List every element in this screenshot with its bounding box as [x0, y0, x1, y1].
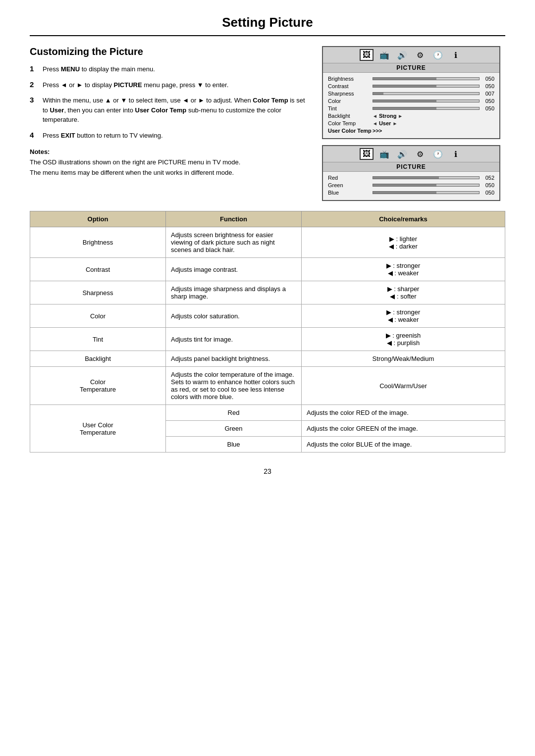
function-green: Adjusts the color GREEN of the image. [302, 421, 505, 437]
osd-bar-tint [373, 107, 480, 110]
function-backlight: Adjusts panel backlight brightness. [166, 351, 302, 367]
osd-value-contrast: 050 [480, 83, 494, 89]
function-color: Adjusts color saturation. [166, 304, 302, 328]
osd-bar-green [373, 184, 480, 187]
choice-backlight: Strong/Weak/Medium [302, 351, 505, 367]
table-row-sharpness: Sharpness Adjusts image sharpness and di… [30, 281, 505, 304]
step-number-1: 1 [30, 64, 39, 73]
osd-bar-red-fill [373, 176, 480, 179]
function-blue: Adjusts the color BLUE of the image. [302, 437, 505, 453]
osd-value-tint: 050 [480, 105, 494, 111]
osd-bar-brightness [373, 77, 480, 80]
osd-rows-2: Red 052 Green 050 Blue [323, 172, 499, 200]
osd-bar-red [373, 176, 480, 179]
table-header-row: Option Function Choice/remarks [30, 211, 505, 227]
osd-row-red: Red 052 [328, 175, 494, 181]
section-title: Customizing the Picture [30, 46, 307, 57]
step-number-2: 2 [30, 80, 39, 89]
main-content: Customizing the Picture 1 Press MENU to … [30, 46, 505, 201]
function-colortemp: Adjusts the color temperature of the ima… [166, 367, 302, 405]
function-red: Adjusts the color RED of the image. [302, 405, 505, 421]
osd-bar-tint-fill [373, 107, 480, 110]
header-choice: Choice/remarks [302, 211, 505, 227]
osd-bar-contrast-fill [373, 85, 480, 88]
choice-color: ▶ : stronger◀ : weaker [302, 304, 505, 328]
options-table: Option Function Choice/remarks Brightnes… [30, 211, 505, 453]
osd-icon-tv-2: 📺 [377, 148, 391, 160]
osd-label-color: Color [328, 98, 373, 104]
osd-rows-1: Brightness 050 Contrast 050 Sharpness [323, 73, 499, 138]
osd-value-red: 052 [480, 175, 494, 181]
osd-bar-sharpness-fill [373, 92, 480, 95]
option-contrast: Contrast [30, 258, 166, 281]
choice-contrast: ▶ : stronger◀ : weaker [302, 258, 505, 281]
step-number-4: 4 [30, 131, 39, 139]
notes-text-2: The menu items may be different when the… [30, 168, 307, 178]
table-row-color: Color Adjusts color saturation. ▶ : stro… [30, 304, 505, 328]
step-number-3: 3 [30, 96, 39, 104]
osd-value-brightness: 050 [480, 76, 494, 82]
osd-toolbar-1: 🖼 📺 🔊 ⚙ 🕐 ℹ [323, 47, 499, 63]
osd-icon-clock: 🕐 [431, 49, 445, 61]
osd-icon-picture: 🖼 [360, 49, 374, 61]
osd-value-blue: 050 [480, 190, 494, 196]
function-contrast: Adjusts image contrast. [166, 258, 302, 281]
notes-section: Notes: The OSD illustrations shown on th… [30, 148, 307, 178]
osd-bar-blue-fill [373, 191, 480, 194]
osd-bar-blue [373, 191, 480, 194]
step-text-1: Press MENU to display the main menu. [43, 64, 155, 74]
function-tint: Adjusts tint for image. [166, 328, 302, 351]
osd-colortemp-value: User [379, 120, 391, 126]
osd-label-tint: Tint [328, 105, 373, 111]
osd-value-sharpness: 007 [480, 91, 494, 97]
osd-bar-brightness-fill [373, 77, 480, 80]
table-row-colortemp: ColorTemperature Adjusts the color tempe… [30, 367, 505, 405]
osd-icon-audio: 🔊 [395, 49, 409, 61]
osd-label-blue: Blue [328, 190, 373, 196]
osd-usercolortemp-control: >>> [373, 128, 494, 134]
option-tint: Tint [30, 328, 166, 351]
osd-label-usercolortemp: User Color Temp [328, 128, 373, 134]
table-row-tint: Tint Adjusts tint for image. ▶ : greenis… [30, 328, 505, 351]
table-row-user-red: User ColorTemperature Red Adjusts the co… [30, 405, 505, 421]
osd-icon-picture-2: 🖼 [360, 148, 374, 160]
osd-row-colortemp: Color Temp ◄ User ► [328, 120, 494, 126]
step-text-2: Press ◄ or ► to display PICTURE menu pag… [43, 80, 228, 90]
osd-icon-audio-2: 🔊 [395, 148, 409, 160]
osd-row-blue: Blue 050 [328, 190, 494, 196]
option-blue: Blue [166, 437, 302, 453]
option-colortemp: ColorTemperature [30, 367, 166, 405]
notes-title: Notes: [30, 148, 307, 155]
table-row-contrast: Contrast Adjusts image contrast. ▶ : str… [30, 258, 505, 281]
osd-bar-green-fill [373, 184, 480, 187]
step-2: 2 Press ◄ or ► to display PICTURE menu p… [30, 80, 307, 90]
step-4: 4 Press EXIT button to return to TV view… [30, 131, 307, 141]
osd-row-sharpness: Sharpness 007 [328, 91, 494, 97]
osd-row-backlight: Backlight ◄ Strong ► [328, 113, 494, 119]
osd-colortemp-control: ◄ User ► [373, 120, 480, 126]
osd-icon-tv: 📺 [377, 49, 391, 61]
table-row-brightness: Brightness Adjusts screen brightness for… [30, 227, 505, 258]
osd-label-sharpness: Sharpness [328, 91, 373, 97]
option-user-color-temp-label: User ColorTemperature [30, 405, 166, 453]
function-brightness: Adjusts screen brightness for easier vie… [166, 227, 302, 258]
osd-toolbar-2: 🖼 📺 🔊 ⚙ 🕐 ℹ [323, 146, 499, 162]
osd-title-2: PICTURE [323, 162, 499, 172]
osd-colortemp-right-arrow: ► [392, 121, 397, 126]
header-option: Option [30, 211, 166, 227]
osd-row-green: Green 050 [328, 182, 494, 188]
osd-row-brightness: Brightness 050 [328, 76, 494, 82]
osd-icon-settings-2: ⚙ [413, 148, 427, 160]
page-title: Setting Picture [30, 15, 505, 36]
osd-bar-color [373, 100, 480, 102]
osd-bar-color-fill [373, 100, 480, 102]
choice-tint: ▶ : greenish◀ : purplish [302, 328, 505, 351]
option-backlight: Backlight [30, 351, 166, 367]
osd-bar-sharpness [373, 92, 480, 95]
choice-sharpness: ▶ : sharper◀ : softer [302, 281, 505, 304]
osd-label-green: Green [328, 182, 373, 188]
step-1: 1 Press MENU to display the main menu. [30, 64, 307, 74]
left-column: Customizing the Picture 1 Press MENU to … [30, 46, 307, 201]
osd-row-color: Color 050 [328, 98, 494, 104]
choice-colortemp: Cool/Warm/User [302, 367, 505, 405]
